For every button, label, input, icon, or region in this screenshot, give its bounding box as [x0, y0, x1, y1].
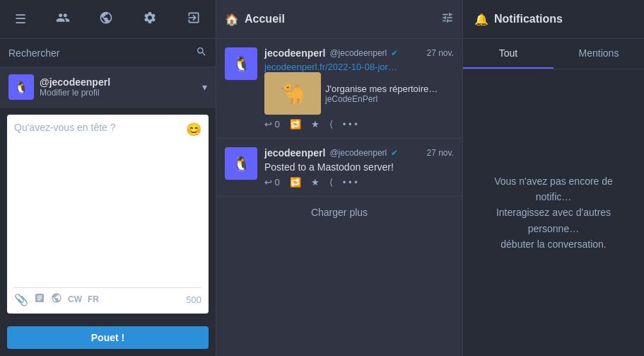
notifications-tabs: Tout Mentions [463, 39, 644, 69]
more-action[interactable]: • • • [343, 177, 358, 188]
fr-button[interactable]: FR [88, 294, 99, 304]
tab-mentions[interactable]: Mentions [554, 39, 644, 69]
avatar: 🐧 [8, 74, 34, 100]
post-name: jecodeenperl [264, 47, 325, 59]
profile-info: @jecodeenperl Modifier le profil [40, 76, 202, 98]
profile-bar[interactable]: 🐧 @jecodeenperl Modifier le profil ▾ [0, 67, 216, 108]
boost-action[interactable]: 🔁 [290, 177, 301, 188]
settings-icon[interactable] [137, 5, 163, 34]
post-avatar: 🐧 [225, 147, 257, 180]
home-icon: 🏠 [225, 13, 239, 26]
left-column: ☰ 🐧 @jecodeenperl Modifier le profil ▾ [0, 0, 216, 356]
globe-icon[interactable] [93, 5, 119, 34]
share-action[interactable]: ⟨ [329, 177, 333, 188]
chevron-down-icon[interactable]: ▾ [202, 81, 207, 93]
post-acct: @jecodeenperl [329, 48, 387, 58]
post-header: jecodeenperl @jecodeenperl ✔ 27 nov. [264, 47, 454, 59]
search-icon[interactable] [196, 46, 207, 59]
tab-mentions-label: Mentions [579, 47, 619, 59]
right-column: 🔔 Notifications Tout Mentions Vous n'ave… [463, 0, 644, 356]
post-content: jecodeenperl @jecodeenperl ✔ 27 nov. Pos… [264, 147, 454, 188]
notifications-title: Notifications [494, 13, 563, 25]
verified-icon: ✔ [391, 148, 398, 158]
post-name: jecodeenperl [264, 147, 325, 159]
post-actions: ↩ 0 🔁 ★ ⟨ • • • [264, 119, 454, 130]
post-media: 🐪 J'organise mes répertoire… jeCodeEnPer… [264, 72, 454, 115]
notifications-empty: Vous n'avez pas encore de notific… Inter… [463, 69, 644, 356]
post-content: jecodeenperl @jecodeenperl ✔ 27 nov. jec… [264, 47, 454, 130]
middle-column: 🏠 Accueil 🐧 jecodeenperl @jecodeenperl ✔… [216, 0, 463, 356]
notifications-empty-text: Vous n'avez pas encore de notific… Inter… [477, 173, 630, 253]
bell-icon: 🔔 [474, 13, 488, 26]
cw-button[interactable]: CW [68, 294, 82, 304]
search-bar [0, 39, 216, 67]
reply-action[interactable]: ↩ 0 [264, 119, 280, 130]
table-row: 🐧 jecodeenperl @jecodeenperl ✔ 27 nov. P… [216, 139, 462, 197]
emoji-picker-icon[interactable]: 😊 [186, 122, 201, 137]
post-date: 27 nov. [427, 48, 454, 58]
feed-title: Accueil [245, 13, 441, 25]
post-link[interactable]: jecodeenperl.fr/2022-10-08-jor… [264, 62, 454, 72]
boost-action[interactable]: 🔁 [290, 119, 301, 130]
nav-bar: ☰ [0, 0, 216, 39]
feed-settings-icon[interactable] [441, 11, 454, 27]
menu-icon[interactable]: ☰ [9, 6, 32, 33]
post-header: jecodeenperl @jecodeenperl ✔ 27 nov. [264, 147, 454, 159]
more-action[interactable]: • • • [343, 119, 358, 130]
post-text: Posted to a Mastodon server! [264, 161, 454, 173]
share-action[interactable]: ⟨ [329, 119, 333, 130]
pouet-button[interactable]: Pouet ! [7, 326, 209, 349]
feed: 🐧 jecodeenperl @jecodeenperl ✔ 27 nov. j… [216, 39, 462, 356]
profile-edit-label[interactable]: Modifier le profil [40, 88, 202, 98]
post-avatar: 🐧 [225, 47, 257, 80]
media-acct: jeCodeEnPerl [325, 94, 438, 104]
compose-toolbar: 📎 CW FR 500 [14, 287, 201, 306]
media-caption: J'organise mes répertoire… [325, 84, 438, 94]
verified-icon: ✔ [391, 48, 398, 58]
load-more-button[interactable]: Charger plus [216, 197, 462, 228]
tab-tout[interactable]: Tout [463, 39, 554, 69]
fav-action[interactable]: ★ [311, 119, 320, 130]
poll-icon[interactable] [34, 292, 45, 306]
tab-tout-label: Tout [499, 47, 517, 59]
notifications-header: 🔔 Notifications [463, 0, 644, 39]
post-actions: ↩ 0 🔁 ★ ⟨ • • • [264, 177, 454, 188]
post-acct: @jecodeenperl [329, 148, 387, 158]
media-thumbnail[interactable]: 🐪 [264, 72, 321, 115]
reply-action[interactable]: ↩ 0 [264, 177, 280, 188]
globe-compose-icon[interactable] [51, 292, 62, 306]
logout-icon[interactable] [181, 5, 206, 34]
compose-textarea[interactable] [14, 122, 183, 178]
table-row: 🐧 jecodeenperl @jecodeenperl ✔ 27 nov. j… [216, 39, 462, 139]
compose-box: 😊 📎 CW FR 500 [7, 115, 209, 314]
feed-header: 🏠 Accueil [216, 0, 462, 39]
char-count: 500 [186, 294, 201, 305]
community-icon[interactable] [50, 5, 76, 34]
post-date: 27 nov. [427, 148, 454, 158]
search-input[interactable] [8, 47, 196, 59]
profile-handle: @jecodeenperl [40, 76, 202, 88]
fav-action[interactable]: ★ [311, 177, 320, 188]
attachment-icon[interactable]: 📎 [14, 293, 28, 306]
